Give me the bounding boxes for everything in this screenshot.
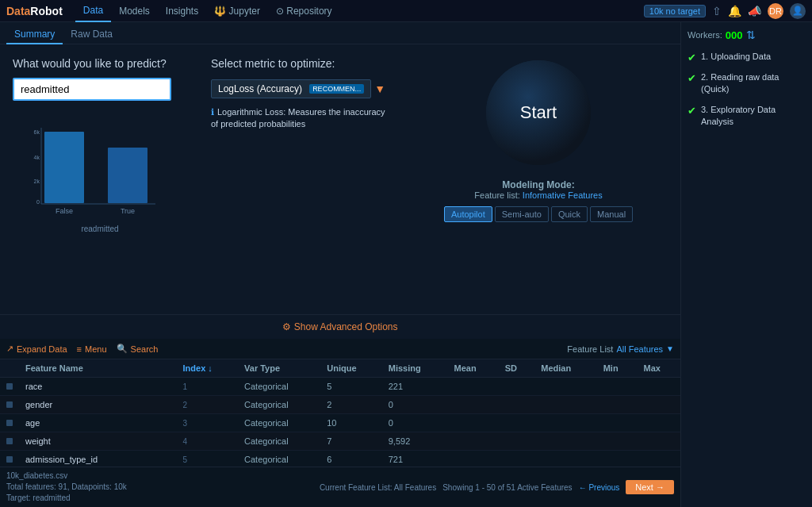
table-row[interactable]: gender 2 Categorical 2 0 xyxy=(0,396,680,414)
table-row[interactable]: admission_type_id 5 Categorical 6 721 xyxy=(0,451,680,467)
chevron-down-icon[interactable]: ▼ xyxy=(666,344,674,353)
right-sidebar: Workers: 000 ⇅ ✔ 1. Uploading Data ✔ 2. … xyxy=(681,22,812,507)
row-var-type: Categorical xyxy=(238,414,320,432)
nav-insights[interactable]: Insights xyxy=(158,0,206,22)
row-unique: 7 xyxy=(320,432,382,451)
user-icon[interactable]: 👤 xyxy=(790,3,806,19)
workers-row: Workers: 000 ⇅ xyxy=(688,29,806,41)
col-var-type[interactable]: Var Type xyxy=(238,359,320,378)
step-label-2: 2. Reading raw data (Quick) xyxy=(701,71,806,96)
row-feature-name: age xyxy=(19,414,177,432)
predict-panel: What would you like to predict? Number o… xyxy=(13,57,187,233)
row-mean xyxy=(448,378,499,396)
status-showing: Showing 1 - 50 of 51 Active Features xyxy=(442,483,572,492)
status-feature-list: Current Feature List: All Features xyxy=(320,483,436,492)
mode-semiauto[interactable]: Semi-auto xyxy=(495,206,549,222)
start-button[interactable]: Start xyxy=(483,57,594,168)
mode-manual[interactable]: Manual xyxy=(590,206,633,222)
col-missing[interactable]: Missing xyxy=(382,359,448,378)
row-var-type: Categorical xyxy=(238,378,320,396)
row-index: 2 xyxy=(177,396,239,414)
chart-x-label: readmitted xyxy=(13,225,187,233)
row-min xyxy=(597,432,638,451)
col-mean[interactable]: Mean xyxy=(448,359,499,378)
feature-list-selector: Feature List All Features ▼ xyxy=(567,344,674,354)
dropdown-arrow-icon[interactable]: ▼ xyxy=(374,83,385,95)
status-left: 10k_diabetes.csv Total features: 91, Dat… xyxy=(6,471,127,504)
share-icon[interactable]: ⇧ xyxy=(712,5,722,17)
check-icon-2: ✔ xyxy=(688,72,696,84)
metric-label: Select metric to optimize: xyxy=(211,57,385,70)
col-sd[interactable]: SD xyxy=(499,359,535,378)
feature-list-link[interactable]: Informative Features xyxy=(523,190,603,200)
fl-value[interactable]: All Features xyxy=(616,344,663,354)
expand-data-button[interactable]: ↗ Expand Data xyxy=(6,344,67,354)
bar-false xyxy=(44,132,84,203)
target-badge[interactable]: 10k no target xyxy=(644,5,706,17)
feature-list-prefix: Feature list: xyxy=(474,190,519,200)
top-nav: DataRobot Data Models Insights 🔱 Jupyter… xyxy=(0,0,812,22)
metric-select[interactable]: LogLoss (Accuracy) RECOMMEN... xyxy=(211,79,371,98)
modeling-mode-label: Modeling Mode: xyxy=(444,179,633,190)
sidebar-step-1: ✔ 1. Uploading Data xyxy=(688,51,806,63)
status-right: Current Feature List: All Features Showi… xyxy=(320,480,674,494)
main-layout: Summary Raw Data What would you like to … xyxy=(0,22,812,507)
row-feature-name: race xyxy=(19,378,177,396)
logo-robot: Robot xyxy=(30,5,62,17)
row-median xyxy=(534,432,596,451)
row-median xyxy=(534,414,596,432)
col-median[interactable]: Median xyxy=(534,359,596,378)
megaphone-icon[interactable]: 📣 xyxy=(748,5,761,17)
workers-stepper-icon[interactable]: ⇅ xyxy=(746,29,756,41)
row-mean xyxy=(448,432,499,451)
mode-quick[interactable]: Quick xyxy=(551,206,588,222)
row-index: 1 xyxy=(177,378,239,396)
nav-models[interactable]: Models xyxy=(111,0,158,22)
metric-select-row: LogLoss (Accuracy) RECOMMEN... ▼ xyxy=(211,79,385,98)
mode-autopilot[interactable]: Autopilot xyxy=(444,206,492,222)
row-var-type: Categorical xyxy=(238,396,320,414)
feature-toolbar: ↗ Expand Data ≡ Menu 🔍 Search Feature Li… xyxy=(0,339,680,359)
row-check-cell xyxy=(0,414,19,432)
nav-repository[interactable]: ⊙ Repository xyxy=(268,0,340,22)
row-var-type: Categorical xyxy=(238,451,320,467)
nav-jupyter[interactable]: 🔱 Jupyter xyxy=(206,0,268,22)
menu-button[interactable]: ≡ Menu xyxy=(77,344,107,354)
info-icon: ℹ xyxy=(211,107,214,117)
row-feature-name: weight xyxy=(19,432,177,451)
row-mean xyxy=(448,396,499,414)
workers-value: 000 xyxy=(726,29,743,41)
table-row[interactable]: age 3 Categorical 10 0 xyxy=(0,414,680,432)
nav-data[interactable]: Data xyxy=(75,0,111,22)
col-min[interactable]: Min xyxy=(597,359,638,378)
col-feature-name[interactable]: Feature Name xyxy=(19,359,177,378)
table-body: race 1 Categorical 5 221 gender 2 Catego… xyxy=(0,378,680,467)
predict-input[interactable] xyxy=(13,78,171,101)
col-index[interactable]: Index ↓ xyxy=(177,359,239,378)
bar-chart-svg: Number of rows False True 6k 4k 2k 0 xyxy=(13,120,171,223)
nav-right: 10k no target ⇧ 🔔 📣 DR 👤 xyxy=(644,3,806,19)
tab-raw-data[interactable]: Raw Data xyxy=(63,25,121,44)
advanced-options-row[interactable]: ⚙ Show Advanced Options xyxy=(0,314,680,339)
table-row[interactable]: weight 4 Categorical 7 9,592 xyxy=(0,432,680,451)
row-unique: 6 xyxy=(320,451,382,467)
left-panel: Summary Raw Data What would you like to … xyxy=(0,22,681,507)
col-max[interactable]: Max xyxy=(638,359,680,378)
table-row[interactable]: race 1 Categorical 5 221 xyxy=(0,378,680,396)
col-unique[interactable]: Unique xyxy=(320,359,382,378)
avatar-icon[interactable]: DR xyxy=(768,3,783,19)
tabs: Summary Raw Data xyxy=(0,22,680,44)
row-min xyxy=(597,378,638,396)
svg-text:2k: 2k xyxy=(34,179,40,184)
tab-summary[interactable]: Summary xyxy=(6,25,63,44)
prev-button[interactable]: ← Previous xyxy=(579,483,620,492)
next-button[interactable]: Next → xyxy=(626,480,674,494)
row-min xyxy=(597,414,638,432)
check-icon-1: ✔ xyxy=(688,52,696,63)
search-icon: 🔍 xyxy=(117,344,128,354)
search-button[interactable]: 🔍 Search xyxy=(117,344,159,354)
status-filename: 10k_diabetes.csv xyxy=(6,471,127,482)
feature-table[interactable]: Feature Name Index ↓ Var Type Unique Mis… xyxy=(0,359,680,467)
advanced-label: Show Advanced Options xyxy=(294,321,398,332)
bell-icon[interactable]: 🔔 xyxy=(728,5,741,17)
